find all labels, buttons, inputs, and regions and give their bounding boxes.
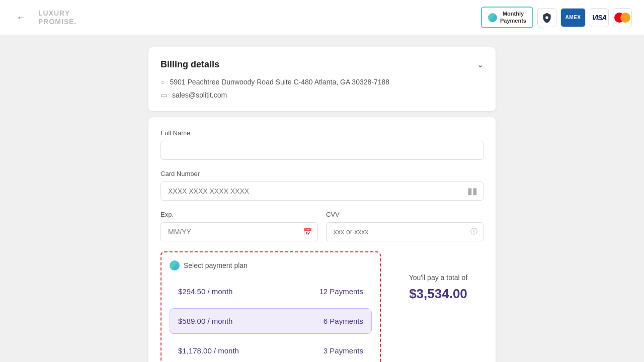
full-name-group: Full Name bbox=[160, 129, 484, 160]
billing-email-row: ▭ sales@splitit.com bbox=[160, 91, 484, 99]
mastercard-icon bbox=[614, 13, 630, 23]
back-button[interactable]: ← bbox=[12, 10, 30, 25]
cvv-input[interactable] bbox=[326, 222, 484, 241]
mastercard-badge bbox=[613, 8, 632, 27]
plan-option-3[interactable]: $1,178.00 / month 3 Payments bbox=[170, 338, 372, 362]
full-name-input[interactable] bbox=[160, 141, 484, 160]
billing-header: Billing details ⌄ bbox=[160, 59, 484, 70]
form-card: Full Name Card Number ▮▮ Exp. 📅 bbox=[148, 117, 496, 362]
location-icon: ○ bbox=[160, 78, 165, 86]
exp-label: Exp. bbox=[160, 211, 318, 218]
card-number-input[interactable] bbox=[160, 182, 484, 201]
billing-address: 5901 Peachtree Dunwoody Road Suite C-480… bbox=[170, 78, 389, 86]
security-badge bbox=[537, 8, 556, 27]
exp-input[interactable] bbox=[160, 222, 318, 241]
amex-badge: AMEX bbox=[560, 8, 586, 27]
cvv-label: CVV bbox=[326, 211, 484, 218]
header-right: MonthlyPayments AMEX VISA bbox=[481, 7, 632, 28]
visa-label: VISA bbox=[592, 14, 607, 22]
billing-card: Billing details ⌄ ○ 5901 Peachtree Dunwo… bbox=[148, 47, 496, 111]
plan-12-amount: $294.50 / month bbox=[178, 287, 232, 296]
plan-3-count: 3 Payments bbox=[324, 346, 363, 355]
card-number-wrapper: ▮▮ bbox=[160, 182, 484, 201]
card-number-label: Card Number bbox=[160, 170, 484, 177]
monthly-payments-label: MonthlyPayments bbox=[500, 11, 526, 24]
plan-6-count: 6 Payments bbox=[324, 317, 363, 325]
plans-box: Select payment plan $294.50 / month 12 P… bbox=[160, 251, 381, 362]
plans-header-text: Select payment plan bbox=[184, 261, 248, 269]
plan-6-amount: $589.00 / month bbox=[178, 317, 232, 325]
main: Billing details ⌄ ○ 5901 Peachtree Dunwo… bbox=[0, 35, 644, 362]
plan-option-6[interactable]: $589.00 / month 6 Payments bbox=[170, 308, 372, 334]
plans-row: Select payment plan $294.50 / month 12 P… bbox=[160, 251, 484, 362]
amex-label: AMEX bbox=[566, 15, 581, 20]
exp-cvv-row: Exp. 📅 CVV ⓘ bbox=[160, 211, 484, 251]
billing-title: Billing details bbox=[160, 59, 219, 70]
content-wrapper: Billing details ⌄ ○ 5901 Peachtree Dunwo… bbox=[148, 47, 496, 362]
plan-3-amount: $1,178.00 / month bbox=[178, 346, 239, 355]
plans-header: Select payment plan bbox=[170, 260, 372, 270]
svg-point-0 bbox=[545, 16, 548, 19]
monthly-payments-badge[interactable]: MonthlyPayments bbox=[481, 7, 533, 28]
billing-chevron-button[interactable]: ⌄ bbox=[477, 60, 484, 69]
splitit-icon bbox=[488, 13, 497, 22]
plans-splitit-icon bbox=[170, 260, 180, 270]
header-left: ← LUXURY PROMISE. bbox=[12, 9, 76, 26]
billing-info: ○ 5901 Peachtree Dunwoody Road Suite C-4… bbox=[160, 78, 484, 99]
logo: LUXURY PROMISE. bbox=[38, 9, 76, 26]
billing-email: sales@splitit.com bbox=[172, 91, 227, 99]
full-name-label: Full Name bbox=[160, 129, 484, 137]
cvv-group: CVV ⓘ bbox=[326, 211, 484, 241]
header: ← LUXURY PROMISE. MonthlyPayments AMEX V… bbox=[0, 0, 644, 35]
billing-address-row: ○ 5901 Peachtree Dunwoody Road Suite C-4… bbox=[160, 78, 484, 86]
exp-group: Exp. 📅 bbox=[160, 211, 318, 241]
summary-pre-text: You'll pay a total of bbox=[393, 272, 484, 284]
card-number-group: Card Number ▮▮ bbox=[160, 170, 484, 201]
shield-icon bbox=[541, 12, 552, 23]
summary-amount: $3,534.00 bbox=[393, 286, 484, 302]
visa-badge: VISA bbox=[590, 8, 609, 27]
calendar-icon: 📅 bbox=[303, 228, 312, 236]
plan-option-12[interactable]: $294.50 / month 12 Payments bbox=[170, 279, 372, 304]
summary-box: You'll pay a total of $3,534.00 bbox=[393, 251, 484, 302]
card-icon: ▮▮ bbox=[467, 186, 477, 197]
plan-12-count: 12 Payments bbox=[319, 287, 363, 296]
help-icon[interactable]: ⓘ bbox=[470, 227, 477, 236]
email-icon: ▭ bbox=[160, 91, 167, 99]
